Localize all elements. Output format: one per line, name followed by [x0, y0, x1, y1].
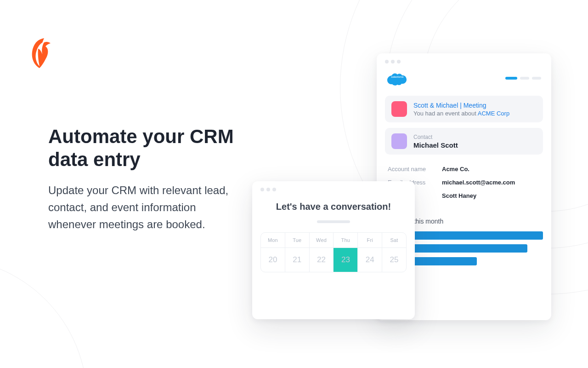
window-controls [260, 188, 407, 191]
contact-label: Contact [413, 134, 458, 140]
detail-value: Scott Haney [442, 192, 476, 199]
crm-header: salesforce [385, 71, 543, 86]
pill-active [505, 77, 517, 80]
page-subtext: Update your CRM with relevant lead, cont… [48, 182, 241, 233]
day-header: Tue [285, 233, 310, 247]
day-header: Thu [334, 233, 358, 247]
event-color-swatch [391, 101, 407, 117]
headline-line-2: data entry [48, 149, 141, 170]
date-cell[interactable]: 25 [382, 248, 406, 272]
event-title: Scott & Michael | Meeting [413, 102, 509, 109]
contact-name: Michael Scott [413, 141, 458, 149]
day-header: Sat [382, 233, 406, 247]
event-subtitle: You had an event about ACME Corp [413, 110, 509, 117]
pill-dim [520, 77, 529, 80]
bg-ring [0, 258, 87, 368]
detail-value: michael.scott@acme.com [442, 179, 515, 186]
event-card[interactable]: Scott & Michael | Meeting You had an eve… [385, 96, 543, 122]
day-header: Fri [358, 233, 382, 247]
calendar-day-headers: Mon Tue Wed Thu Fri Sat [261, 233, 406, 247]
headline-line-1: Automate your CRM [48, 126, 234, 147]
date-cell[interactable]: 24 [358, 248, 382, 272]
calendar-window: Let's have a conversation! Mon Tue Wed T… [252, 181, 415, 319]
day-header: Wed [310, 233, 334, 247]
salesforce-logo-icon: salesforce [387, 71, 408, 86]
pill-dim [532, 77, 541, 80]
salesforce-logo-text: salesforce [387, 75, 408, 78]
date-cell[interactable]: 22 [310, 248, 334, 272]
calendar-title: Let's have a conversation! [260, 201, 407, 212]
day-header: Mon [261, 233, 285, 247]
detail-row: Account name Acme Co. [388, 166, 540, 172]
event-account-link[interactable]: ACME Corp [478, 110, 509, 117]
calendar-grid: Mon Tue Wed Thu Fri Sat 20 21 22 23 24 2… [260, 232, 407, 272]
brand-logo [26, 38, 53, 69]
date-cell[interactable]: 21 [285, 248, 310, 272]
page-headline: Automate your CRM data entry [48, 125, 234, 171]
date-cell-active[interactable]: 23 [334, 248, 358, 272]
calendar-handle [317, 220, 350, 223]
window-controls [385, 60, 543, 63]
detail-label: Account name [388, 166, 434, 172]
calendar-dates: 20 21 22 23 24 25 [261, 247, 406, 272]
contact-card[interactable]: Contact Michael Scott [385, 128, 543, 155]
detail-value: Acme Co. [442, 166, 469, 172]
progress-pills [505, 77, 541, 80]
date-cell[interactable]: 20 [261, 248, 285, 272]
contact-color-swatch [391, 133, 407, 149]
